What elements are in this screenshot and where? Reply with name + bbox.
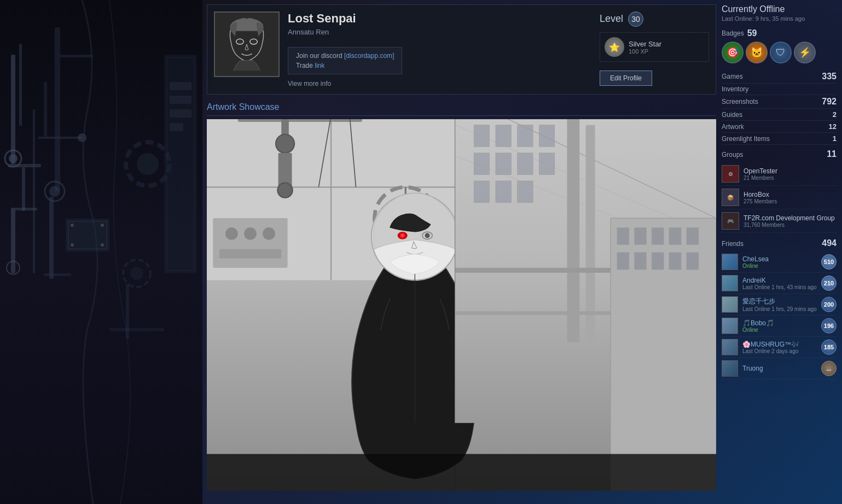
friend-info-mushrug: 🌸MUSHRUG™🎶 Last Online 2 days ago <box>742 341 817 354</box>
svg-point-41 <box>252 40 255 43</box>
svg-rect-18 <box>44 273 71 276</box>
friend-item-chelsea[interactable]: CheLsea Online 510 <box>722 251 837 273</box>
svg-point-34 <box>130 267 143 280</box>
friend-avatar-andreik <box>722 275 738 291</box>
svg-rect-108 <box>586 125 595 342</box>
svg-point-40 <box>239 40 242 43</box>
svg-rect-29 <box>170 82 191 90</box>
friend-item-andreik[interactable]: AndreiK Last Online 1 hrs, 43 mins ago 2… <box>722 273 837 294</box>
discord-link[interactable]: [discordapp.com] <box>344 52 394 60</box>
edit-profile-button[interactable]: Edit Profile <box>600 71 652 86</box>
greenlight-label: Greenlight Items <box>722 135 770 143</box>
groups-label: Groups <box>722 151 743 159</box>
friend-level-mushrug: 185 <box>821 339 837 355</box>
svg-rect-102 <box>518 153 533 175</box>
silver-star-icon: ⭐ <box>605 37 624 57</box>
inventory-stat: Inventory <box>722 84 837 95</box>
friend-level-truong: ... <box>821 361 837 376</box>
svg-point-3 <box>9 154 18 163</box>
artwork-stat: Artwork 12 <box>722 121 837 133</box>
friend-item-mushrug[interactable]: 🌸MUSHRUG™🎶 Last Online 2 days ago 185 <box>722 337 837 358</box>
level-number: 30 <box>628 11 643 27</box>
svg-point-74 <box>263 227 275 240</box>
group-info-tf2r: TF2R.com Development Group 31,760 Member… <box>744 214 835 228</box>
svg-rect-75 <box>219 249 282 259</box>
badge-icon-2[interactable]: 🐱 <box>746 42 768 63</box>
svg-point-68 <box>277 183 292 197</box>
friend-info-truong: Truong <box>742 365 817 372</box>
level-badge-row: ⭐ Silver Star 100 XP <box>600 32 709 62</box>
friend-name: 🌸MUSHRUG™🎶 <box>742 341 817 348</box>
svg-point-66 <box>276 134 294 153</box>
svg-point-72 <box>225 227 238 240</box>
screenshots-count: 792 <box>822 97 837 107</box>
group-item-tf2r[interactable]: 🎮 TF2R.com Development Group 31,760 Memb… <box>722 209 837 233</box>
group-item-opentester[interactable]: ⚙ OpenTester 21 Members <box>722 162 837 186</box>
real-name: Annsatu Ren <box>288 28 591 36</box>
status-section: Currently Offline Last Online: 9 hrs, 35… <box>722 4 837 22</box>
svg-point-73 <box>244 227 257 240</box>
friend-item-truong[interactable]: Truong ... <box>722 358 837 379</box>
groups-count: 11 <box>827 149 837 159</box>
svg-rect-103 <box>539 153 554 175</box>
friend-name: CheLsea <box>742 255 817 263</box>
svg-rect-105 <box>496 181 511 203</box>
friend-item-love[interactable]: 愛恋千七步 Last Online 1 hrs, 29 mins ago 200 <box>722 294 837 315</box>
main-content: Lost Senpai Annsatu Ren Join our discord… <box>0 0 842 504</box>
username: Lost Senpai <box>288 11 591 26</box>
svg-rect-13 <box>55 27 60 191</box>
greenlight-count: 1 <box>833 134 837 143</box>
friend-status: Last Online 1 hrs, 43 mins ago <box>742 284 817 290</box>
badges-section: Badges 59 🎯 🐱 🛡 ⚡ <box>722 28 837 63</box>
inventory-label: Inventory <box>722 85 748 93</box>
friend-status: Online <box>742 263 817 269</box>
svg-point-16 <box>49 186 60 197</box>
svg-rect-71 <box>213 218 287 268</box>
profile-header: Lost Senpai Annsatu Ren Join our discord… <box>207 4 716 95</box>
friend-status: Last Online 2 days ago <box>742 348 817 354</box>
discord-box: Join our discord [discordapp.com] Trade … <box>288 47 402 74</box>
screenshots-label: Screenshots <box>722 98 758 106</box>
svg-rect-119 <box>652 252 664 269</box>
friend-name: 🎵Bobo🎵 <box>742 319 817 327</box>
center-panel: Lost Senpai Annsatu Ren Join our discord… <box>202 0 722 504</box>
group-avatar-tf2r: 🎮 <box>722 212 739 230</box>
svg-rect-32 <box>170 123 183 131</box>
svg-rect-121 <box>687 252 699 269</box>
svg-rect-96 <box>474 125 489 147</box>
friends-section: Friends 494 CheLsea Online 510 AndreiK L… <box>722 238 837 379</box>
svg-rect-107 <box>567 119 580 342</box>
left-background <box>0 0 202 504</box>
friend-avatar-bobo <box>722 318 738 334</box>
group-item-horobox[interactable]: 📦 HoroBox 275 Members <box>722 186 837 209</box>
badge-icon-4[interactable]: ⚡ <box>794 42 816 63</box>
guides-label: Guides <box>722 111 742 119</box>
svg-rect-100 <box>474 153 489 175</box>
friend-status: Online <box>742 327 817 333</box>
svg-rect-101 <box>496 153 511 175</box>
svg-rect-0 <box>11 55 15 164</box>
group-members: 275 Members <box>744 198 777 204</box>
group-name: OpenTester <box>744 167 777 175</box>
friend-item-bobo[interactable]: 🎵Bobo🎵 Online 196 <box>722 315 837 337</box>
svg-rect-97 <box>496 125 511 147</box>
badges-header: Badges 59 <box>722 28 837 38</box>
guides-stat: Guides 2 <box>722 109 837 121</box>
group-avatar-horobox: 📦 <box>722 189 739 206</box>
level-panel: Level 30 ⭐ Silver Star 100 XP Edit Profi… <box>600 11 709 86</box>
groups-header: Groups 11 <box>722 149 837 159</box>
badge-icon-1[interactable]: 🎯 <box>722 42 744 63</box>
badge-icon-3[interactable]: 🛡 <box>770 42 792 63</box>
badges-icons-row: 🎯 🐱 🛡 ⚡ <box>722 42 837 63</box>
friend-status: Last Online 1 hrs, 29 mins ago <box>742 306 817 312</box>
trade-link[interactable]: link <box>315 62 324 69</box>
games-label: Games <box>722 73 743 80</box>
group-members: 31,760 Members <box>744 222 835 228</box>
svg-rect-4 <box>8 164 41 167</box>
svg-rect-98 <box>518 125 533 147</box>
artwork-count: 12 <box>829 122 837 131</box>
svg-rect-106 <box>518 181 533 203</box>
games-stat: Games 335 <box>722 70 837 84</box>
view-more-link[interactable]: View more info <box>288 80 591 87</box>
screenshots-stat: Screenshots 792 <box>722 95 837 109</box>
